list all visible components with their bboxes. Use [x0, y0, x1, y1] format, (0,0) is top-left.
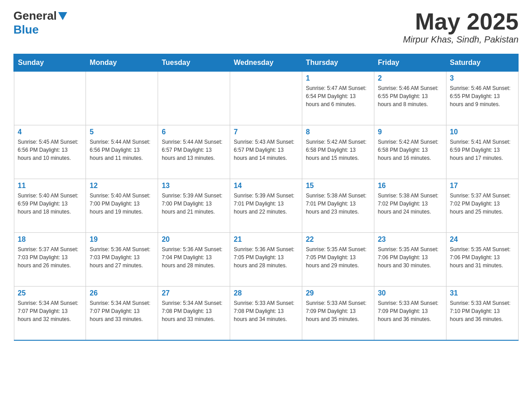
day-info: Sunrise: 5:36 AM Sunset: 7:05 PM Dayligh… — [234, 245, 298, 270]
calendar-header-row: SundayMondayTuesdayWednesdayThursdayFrid… — [14, 54, 518, 72]
day-info: Sunrise: 5:45 AM Sunset: 6:56 PM Dayligh… — [18, 138, 82, 162]
day-info: Sunrise: 5:35 AM Sunset: 7:06 PM Dayligh… — [450, 245, 515, 270]
calendar-cell: 12Sunrise: 5:40 AM Sunset: 7:00 PM Dayli… — [86, 179, 158, 233]
logo-general-text: General — [13, 9, 57, 23]
calendar-cell: 23Sunrise: 5:35 AM Sunset: 7:06 PM Dayli… — [374, 233, 446, 287]
calendar-cell: 5Sunrise: 5:44 AM Sunset: 6:56 PM Daylig… — [86, 125, 158, 179]
calendar-cell: 2Sunrise: 5:46 AM Sunset: 6:55 PM Daylig… — [374, 72, 446, 125]
calendar-cell: 9Sunrise: 5:42 AM Sunset: 6:58 PM Daylig… — [374, 125, 446, 179]
day-number: 13 — [162, 182, 226, 190]
day-info: Sunrise: 5:42 AM Sunset: 6:58 PM Dayligh… — [306, 138, 370, 162]
title-section: May 2025 Mirpur Khas, Sindh, Pakistan — [403, 9, 519, 45]
day-number: 16 — [378, 182, 442, 190]
calendar-table: SundayMondayTuesdayWednesdayThursdayFrid… — [13, 54, 519, 341]
day-info: Sunrise: 5:34 AM Sunset: 7:08 PM Dayligh… — [162, 299, 226, 323]
day-info: Sunrise: 5:46 AM Sunset: 6:55 PM Dayligh… — [450, 84, 515, 108]
location-text: Mirpur Khas, Sindh, Pakistan — [403, 34, 519, 45]
day-number: 22 — [306, 235, 370, 244]
calendar-cell: 16Sunrise: 5:38 AM Sunset: 7:02 PM Dayli… — [374, 179, 446, 233]
day-info: Sunrise: 5:37 AM Sunset: 7:02 PM Dayligh… — [450, 192, 515, 216]
page-header: General Blue May 2025 Mirpur Khas, Sindh… — [13, 9, 519, 45]
calendar-day-header: Tuesday — [158, 54, 230, 72]
day-number: 6 — [162, 128, 226, 136]
day-number: 9 — [378, 128, 442, 136]
calendar-cell: 7Sunrise: 5:43 AM Sunset: 6:57 PM Daylig… — [230, 125, 302, 179]
day-number: 29 — [306, 289, 370, 297]
day-number: 11 — [18, 182, 82, 190]
day-info: Sunrise: 5:47 AM Sunset: 6:54 PM Dayligh… — [306, 84, 370, 108]
calendar-cell: 28Sunrise: 5:33 AM Sunset: 7:08 PM Dayli… — [230, 287, 302, 340]
day-number: 5 — [90, 128, 154, 136]
day-number: 10 — [450, 128, 515, 136]
logo-blue-text: Blue — [13, 23, 39, 37]
calendar-day-header: Saturday — [446, 54, 518, 72]
day-number: 21 — [234, 235, 298, 244]
calendar-day-header: Friday — [374, 54, 446, 72]
calendar-cell — [86, 72, 158, 125]
day-info: Sunrise: 5:36 AM Sunset: 7:04 PM Dayligh… — [162, 245, 226, 270]
day-number: 26 — [90, 289, 154, 297]
calendar-cell — [158, 72, 230, 125]
calendar-cell: 15Sunrise: 5:38 AM Sunset: 7:01 PM Dayli… — [302, 179, 374, 233]
calendar-cell: 30Sunrise: 5:33 AM Sunset: 7:09 PM Dayli… — [374, 287, 446, 340]
day-number: 30 — [378, 289, 442, 297]
calendar-cell: 21Sunrise: 5:36 AM Sunset: 7:05 PM Dayli… — [230, 233, 302, 287]
day-info: Sunrise: 5:46 AM Sunset: 6:55 PM Dayligh… — [378, 84, 442, 108]
day-info: Sunrise: 5:37 AM Sunset: 7:03 PM Dayligh… — [18, 245, 82, 270]
calendar-cell: 29Sunrise: 5:33 AM Sunset: 7:09 PM Dayli… — [302, 287, 374, 340]
calendar-cell: 24Sunrise: 5:35 AM Sunset: 7:06 PM Dayli… — [446, 233, 518, 287]
day-info: Sunrise: 5:33 AM Sunset: 7:08 PM Dayligh… — [234, 299, 298, 323]
calendar-cell: 10Sunrise: 5:41 AM Sunset: 6:59 PM Dayli… — [446, 125, 518, 179]
calendar-cell: 13Sunrise: 5:39 AM Sunset: 7:00 PM Dayli… — [158, 179, 230, 233]
logo-triangle-icon — [58, 12, 67, 20]
day-number: 18 — [18, 235, 82, 244]
calendar-cell: 3Sunrise: 5:46 AM Sunset: 6:55 PM Daylig… — [446, 72, 518, 125]
day-number: 15 — [306, 182, 370, 190]
calendar-cell: 27Sunrise: 5:34 AM Sunset: 7:08 PM Dayli… — [158, 287, 230, 340]
calendar-cell: 4Sunrise: 5:45 AM Sunset: 6:56 PM Daylig… — [14, 125, 86, 179]
calendar-cell: 11Sunrise: 5:40 AM Sunset: 6:59 PM Dayli… — [14, 179, 86, 233]
day-info: Sunrise: 5:33 AM Sunset: 7:10 PM Dayligh… — [450, 299, 515, 323]
day-info: Sunrise: 5:39 AM Sunset: 7:01 PM Dayligh… — [234, 192, 298, 216]
calendar-cell — [14, 72, 86, 125]
calendar-day-header: Wednesday — [230, 54, 302, 72]
day-info: Sunrise: 5:38 AM Sunset: 7:02 PM Dayligh… — [378, 192, 442, 216]
day-info: Sunrise: 5:41 AM Sunset: 6:59 PM Dayligh… — [450, 138, 515, 162]
calendar-cell: 26Sunrise: 5:34 AM Sunset: 7:07 PM Dayli… — [86, 287, 158, 340]
day-info: Sunrise: 5:35 AM Sunset: 7:05 PM Dayligh… — [306, 245, 370, 270]
day-info: Sunrise: 5:40 AM Sunset: 7:00 PM Dayligh… — [90, 192, 154, 216]
day-number: 25 — [18, 289, 82, 297]
calendar-cell: 31Sunrise: 5:33 AM Sunset: 7:10 PM Dayli… — [446, 287, 518, 340]
day-number: 24 — [450, 235, 515, 244]
day-info: Sunrise: 5:34 AM Sunset: 7:07 PM Dayligh… — [18, 299, 82, 323]
calendar-cell — [230, 72, 302, 125]
calendar-cell: 19Sunrise: 5:36 AM Sunset: 7:03 PM Dayli… — [86, 233, 158, 287]
day-info: Sunrise: 5:43 AM Sunset: 6:57 PM Dayligh… — [234, 138, 298, 162]
calendar-cell: 17Sunrise: 5:37 AM Sunset: 7:02 PM Dayli… — [446, 179, 518, 233]
day-info: Sunrise: 5:40 AM Sunset: 6:59 PM Dayligh… — [18, 192, 82, 216]
calendar-cell: 6Sunrise: 5:44 AM Sunset: 6:57 PM Daylig… — [158, 125, 230, 179]
day-number: 3 — [450, 74, 515, 82]
calendar-cell: 22Sunrise: 5:35 AM Sunset: 7:05 PM Dayli… — [302, 233, 374, 287]
calendar-day-header: Sunday — [14, 54, 86, 72]
day-info: Sunrise: 5:39 AM Sunset: 7:00 PM Dayligh… — [162, 192, 226, 216]
calendar-cell: 20Sunrise: 5:36 AM Sunset: 7:04 PM Dayli… — [158, 233, 230, 287]
calendar-cell: 25Sunrise: 5:34 AM Sunset: 7:07 PM Dayli… — [14, 287, 86, 340]
day-number: 7 — [234, 128, 298, 136]
day-number: 12 — [90, 182, 154, 190]
calendar-week-row: 18Sunrise: 5:37 AM Sunset: 7:03 PM Dayli… — [14, 233, 518, 287]
day-number: 2 — [378, 74, 442, 82]
day-info: Sunrise: 5:44 AM Sunset: 6:57 PM Dayligh… — [162, 138, 226, 162]
calendar-cell: 14Sunrise: 5:39 AM Sunset: 7:01 PM Dayli… — [230, 179, 302, 233]
day-number: 1 — [306, 74, 370, 82]
calendar-cell: 18Sunrise: 5:37 AM Sunset: 7:03 PM Dayli… — [14, 233, 86, 287]
day-number: 4 — [18, 128, 82, 136]
calendar-cell: 1Sunrise: 5:47 AM Sunset: 6:54 PM Daylig… — [302, 72, 374, 125]
day-info: Sunrise: 5:33 AM Sunset: 7:09 PM Dayligh… — [306, 299, 370, 323]
day-number: 20 — [162, 235, 226, 244]
day-info: Sunrise: 5:33 AM Sunset: 7:09 PM Dayligh… — [378, 299, 442, 323]
calendar-week-row: 4Sunrise: 5:45 AM Sunset: 6:56 PM Daylig… — [14, 125, 518, 179]
day-number: 27 — [162, 289, 226, 297]
day-number: 19 — [90, 235, 154, 244]
day-info: Sunrise: 5:34 AM Sunset: 7:07 PM Dayligh… — [90, 299, 154, 323]
